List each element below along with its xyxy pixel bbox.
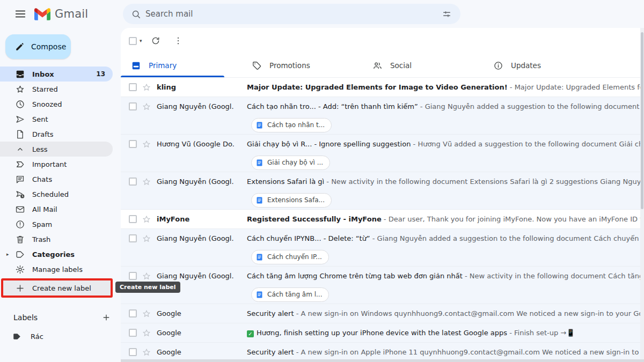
star-icon[interactable] bbox=[142, 215, 152, 224]
email-snippet: A new sign-in on Apple iPhone 11 quynhhu… bbox=[301, 348, 644, 356]
email-row[interactable]: Giang Nguyễn (Googl. Extensions Safari l… bbox=[121, 172, 644, 210]
green-check-icon: ✓ bbox=[247, 330, 254, 337]
email-sender: Hương Vũ (Google Do. bbox=[157, 140, 247, 148]
compose-button[interactable]: Compose bbox=[5, 34, 71, 59]
labels-list: Rác bbox=[0, 329, 121, 344]
email-subject: Hương, finish setting up your iPhone dev… bbox=[257, 329, 507, 337]
doc-attachment-chip[interactable]: Extensions Safa... bbox=[251, 193, 332, 208]
email-sender: Google bbox=[157, 309, 247, 317]
tab-primary[interactable]: Primary bbox=[121, 54, 241, 77]
email-sender: Giang Nguyễn (Googl. bbox=[157, 234, 247, 242]
tab-updates[interactable]: Updates bbox=[483, 54, 604, 77]
gear-icon bbox=[15, 264, 25, 275]
doc-attachment-chip[interactable]: Giải chạy bộ vì ... bbox=[251, 156, 330, 170]
star-icon[interactable] bbox=[142, 234, 152, 243]
sidebar-item-starred[interactable]: Starred bbox=[0, 82, 113, 97]
attachment-chip-label: Extensions Safa... bbox=[267, 196, 325, 204]
select-all-checkbox[interactable] bbox=[129, 37, 137, 45]
subject-snippet-separator: - bbox=[324, 178, 331, 186]
email-row[interactable]: Google Security alert - A new sign-in on… bbox=[121, 304, 644, 323]
sidebar-item-less[interactable]: Less bbox=[0, 142, 113, 157]
email-checkbox[interactable] bbox=[129, 83, 137, 91]
sidebar-item-inbox[interactable]: Inbox13 bbox=[0, 67, 113, 82]
main-menu-button[interactable] bbox=[10, 3, 31, 25]
subject-snippet-separator: - bbox=[411, 140, 418, 148]
sidebar-item-important[interactable]: Important bbox=[0, 157, 113, 172]
sidebar-item-label: Create new label bbox=[32, 284, 91, 292]
email-subject: Security alert bbox=[247, 348, 294, 356]
star-icon[interactable] bbox=[142, 83, 152, 92]
sidebar-item-label: Categories bbox=[32, 250, 75, 258]
sidebar-item-label: Snoozed bbox=[32, 100, 62, 108]
email-checkbox[interactable] bbox=[129, 329, 137, 337]
doc-attachment-chip[interactable]: Cách tạo nhãn t... bbox=[251, 118, 332, 132]
star-icon[interactable] bbox=[142, 271, 152, 281]
search-icon[interactable] bbox=[126, 4, 145, 24]
doc-attachment-chip[interactable]: Cách chuyển IP... bbox=[251, 250, 329, 264]
search-input[interactable] bbox=[145, 9, 437, 19]
email-row[interactable]: kling Major Update: Upgraded Elements fo… bbox=[121, 78, 644, 97]
google-docs-icon bbox=[255, 159, 264, 167]
gmail-logo[interactable]: Gmail bbox=[34, 8, 88, 20]
sidebar-item-label: Spam bbox=[32, 220, 52, 228]
email-checkbox[interactable] bbox=[129, 272, 137, 280]
scrollbar-track[interactable] bbox=[640, 28, 644, 359]
sidebar-item-spam[interactable]: Spam bbox=[0, 217, 113, 232]
email-checkbox[interactable] bbox=[129, 140, 137, 148]
star-icon[interactable] bbox=[142, 139, 152, 149]
create-label-plus-button[interactable] bbox=[99, 311, 113, 324]
email-checkbox[interactable] bbox=[129, 178, 137, 186]
star-icon[interactable] bbox=[142, 348, 152, 357]
email-message: Security alert - A new sign-in on Apple … bbox=[247, 348, 644, 356]
email-sender: Giang Nguyễn (Googl. bbox=[157, 178, 247, 186]
sidebar-item-all-mail[interactable]: All Mail bbox=[0, 202, 113, 217]
email-row[interactable]: iMyFone Registered Successfully - iMyFon… bbox=[121, 210, 644, 229]
refresh-button[interactable] bbox=[147, 32, 165, 50]
sidebar-item-scheduled[interactable]: Scheduled bbox=[0, 187, 113, 202]
gmail-logo-text: Gmail bbox=[55, 8, 88, 20]
star-icon[interactable] bbox=[142, 102, 152, 112]
sidebar-item-label: Drafts bbox=[32, 130, 54, 138]
primary-tab-icon bbox=[131, 61, 141, 71]
tab-promotions[interactable]: Promotions bbox=[241, 54, 362, 77]
email-message: Security alert - A new sign-in on Window… bbox=[247, 309, 644, 317]
expand-caret-icon[interactable]: ▸ bbox=[6, 252, 9, 257]
more-options-button[interactable] bbox=[169, 32, 187, 50]
email-list: kling Major Update: Upgraded Elements fo… bbox=[121, 78, 644, 362]
sidebar-item-sent[interactable]: Sent bbox=[0, 112, 113, 127]
label-item-r-c[interactable]: Rác bbox=[0, 329, 113, 344]
email-checkbox[interactable] bbox=[129, 234, 137, 242]
email-row[interactable]: Giang Nguyễn (Googl. Cách tăng âm lượng … bbox=[121, 267, 644, 304]
sidebar-item-trash[interactable]: Trash bbox=[0, 232, 113, 247]
email-row[interactable]: Google ✓Hương, finish setting up your iP… bbox=[121, 323, 644, 343]
sidebar-item-label: Scheduled bbox=[32, 190, 69, 198]
email-checkbox[interactable] bbox=[129, 348, 137, 356]
select-dropdown-caret-icon[interactable]: ▾ bbox=[140, 38, 142, 43]
email-checkbox[interactable] bbox=[129, 102, 137, 110]
plus-icon bbox=[15, 283, 25, 293]
send-icon bbox=[15, 114, 25, 124]
tab-social[interactable]: Social bbox=[362, 54, 483, 77]
sidebar-item-manage-labels[interactable]: Manage labels bbox=[0, 262, 113, 277]
important-icon bbox=[15, 159, 25, 169]
search-options-tune-icon[interactable] bbox=[437, 4, 456, 24]
star-icon[interactable] bbox=[142, 177, 152, 187]
email-checkbox[interactable] bbox=[129, 309, 137, 317]
clock-icon bbox=[15, 99, 25, 109]
sidebar-item-create-new-label[interactable]: Create new label bbox=[1, 278, 113, 298]
compose-label: Compose bbox=[31, 42, 66, 51]
email-row[interactable]: Hương Vũ (Google Do. Giải chạy bộ vì R..… bbox=[121, 135, 644, 172]
email-row[interactable]: Giang Nguyễn (Googl. Cách chuyển IPYNB..… bbox=[121, 229, 644, 267]
sidebar-item-chats[interactable]: Chats bbox=[0, 172, 113, 187]
scrollbar-thumb[interactable] bbox=[641, 32, 643, 209]
star-icon[interactable] bbox=[142, 309, 152, 319]
star-icon[interactable] bbox=[142, 328, 152, 338]
sidebar-item-drafts[interactable]: Drafts bbox=[0, 127, 113, 142]
sidebar-item-snoozed[interactable]: Snoozed bbox=[0, 97, 113, 112]
email-row[interactable]: Giang Nguyễn (Googl. Cách tạo nhãn tro..… bbox=[121, 97, 644, 135]
email-checkbox[interactable] bbox=[129, 215, 137, 223]
doc-attachment-chip[interactable]: Cách tăng âm l... bbox=[251, 287, 329, 302]
sidebar-item-categories[interactable]: ▸Categories bbox=[0, 247, 113, 262]
inbox-icon bbox=[15, 69, 25, 79]
email-message: Giải chạy bộ vì R... - Ignore spelling s… bbox=[247, 140, 644, 148]
